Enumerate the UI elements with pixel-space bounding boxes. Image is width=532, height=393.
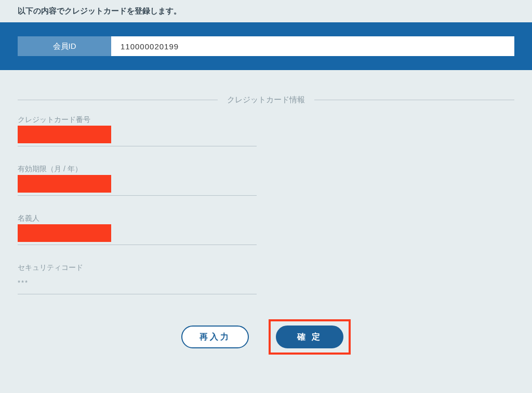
expiry-value <box>18 176 257 196</box>
member-id-label: 会員ID <box>18 36 111 56</box>
security-code-value: *** <box>18 275 257 294</box>
instruction-text: 以下の内容でクレジットカードを登録します。 <box>0 0 532 22</box>
divider-line <box>18 100 218 100</box>
card-number-value <box>18 127 257 146</box>
holder-value <box>18 225 257 245</box>
security-code-label: セキュリティコード <box>18 263 257 273</box>
section-header: クレジットカード情報 <box>18 95 514 105</box>
confirm-highlight: 確 定 <box>269 319 351 355</box>
redacted-block <box>18 126 111 143</box>
redacted-block <box>18 175 111 193</box>
divider-line <box>314 100 514 100</box>
card-number-field: クレジットカード番号 <box>18 115 257 146</box>
member-id-bar: 会員ID 110000020199 <box>0 22 532 70</box>
expiry-label: 有効期限（月 / 年） <box>18 165 257 174</box>
card-number-label: クレジットカード番号 <box>18 115 257 125</box>
member-id-value: 110000020199 <box>111 36 514 56</box>
security-code-field: セキュリティコード *** <box>18 263 257 294</box>
holder-label: 名義人 <box>18 214 257 223</box>
button-row: 再入力 確 定 <box>18 319 514 355</box>
holder-field: 名義人 <box>18 214 257 245</box>
confirm-button[interactable]: 確 定 <box>276 326 343 348</box>
expiry-field: 有効期限（月 / 年） <box>18 165 257 196</box>
section-title: クレジットカード情報 <box>218 95 314 105</box>
redacted-block <box>18 224 111 242</box>
reinput-button[interactable]: 再入力 <box>181 326 249 348</box>
